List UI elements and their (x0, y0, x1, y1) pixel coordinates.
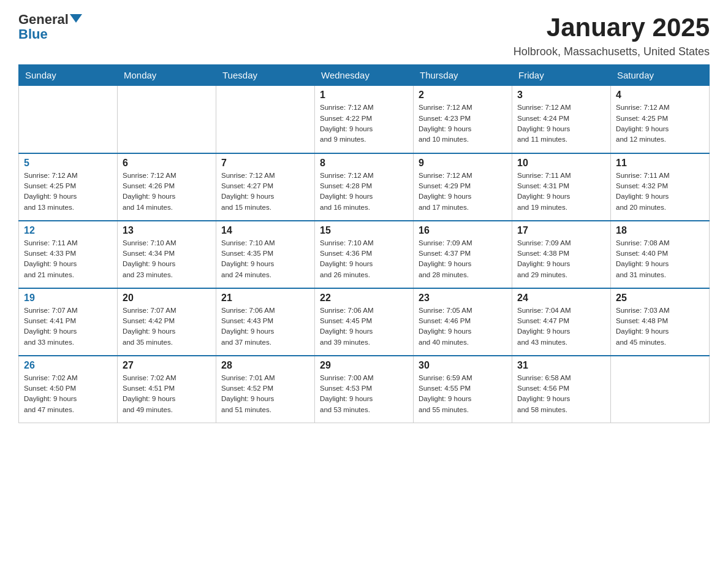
day-number: 12 (24, 225, 112, 236)
day-info: Sunrise: 7:12 AMSunset: 4:22 PMDaylight:… (320, 102, 408, 145)
day-number: 8 (320, 158, 408, 169)
calendar-week-row: 1Sunrise: 7:12 AMSunset: 4:22 PMDaylight… (19, 86, 710, 153)
day-info: Sunrise: 7:11 AMSunset: 4:31 PMDaylight:… (517, 170, 605, 213)
calendar-cell: 25Sunrise: 7:03 AMSunset: 4:48 PMDayligh… (611, 288, 710, 356)
logo: General Blue (18, 12, 82, 42)
day-number: 14 (221, 225, 309, 236)
page-header: General Blue January 2025 Holbrook, Mass… (18, 12, 710, 58)
day-info: Sunrise: 7:08 AMSunset: 4:40 PMDaylight:… (616, 238, 704, 280)
day-info: Sunrise: 7:05 AMSunset: 4:46 PMDaylight:… (419, 305, 507, 348)
day-number: 16 (419, 225, 507, 236)
weekday-header-sunday: Sunday (19, 65, 118, 86)
calendar-cell (118, 86, 216, 153)
day-number: 2 (419, 90, 507, 101)
day-info: Sunrise: 7:12 AMSunset: 4:28 PMDaylight:… (320, 170, 408, 213)
day-info: Sunrise: 7:01 AMSunset: 4:52 PMDaylight:… (221, 373, 309, 415)
day-info: Sunrise: 7:06 AMSunset: 4:43 PMDaylight:… (221, 305, 309, 348)
day-number: 31 (517, 360, 605, 371)
day-info: Sunrise: 7:10 AMSunset: 4:34 PMDaylight:… (123, 238, 211, 280)
day-info: Sunrise: 7:07 AMSunset: 4:42 PMDaylight:… (123, 305, 211, 348)
day-info: Sunrise: 7:12 AMSunset: 4:25 PMDaylight:… (24, 170, 112, 213)
day-info: Sunrise: 7:03 AMSunset: 4:48 PMDaylight:… (616, 305, 704, 348)
logo-general-text: General (18, 12, 69, 27)
weekday-header-friday: Friday (512, 65, 611, 86)
day-number: 13 (123, 225, 211, 236)
calendar-cell: 9Sunrise: 7:12 AMSunset: 4:29 PMDaylight… (414, 153, 512, 221)
calendar-cell: 15Sunrise: 7:10 AMSunset: 4:36 PMDayligh… (315, 221, 414, 288)
day-info: Sunrise: 7:12 AMSunset: 4:24 PMDaylight:… (517, 102, 605, 145)
day-number: 28 (221, 360, 309, 371)
day-info: Sunrise: 7:07 AMSunset: 4:41 PMDaylight:… (24, 305, 112, 348)
day-number: 24 (517, 293, 605, 304)
calendar-cell: 23Sunrise: 7:05 AMSunset: 4:46 PMDayligh… (414, 288, 512, 356)
day-number: 9 (419, 158, 507, 169)
calendar-cell: 28Sunrise: 7:01 AMSunset: 4:52 PMDayligh… (216, 356, 315, 423)
calendar-cell: 2Sunrise: 7:12 AMSunset: 4:23 PMDaylight… (414, 86, 512, 153)
weekday-header-monday: Monday (118, 65, 216, 86)
day-info: Sunrise: 7:10 AMSunset: 4:36 PMDaylight:… (320, 238, 408, 280)
day-info: Sunrise: 7:12 AMSunset: 4:29 PMDaylight:… (419, 170, 507, 213)
calendar-cell (19, 86, 118, 153)
calendar-cell: 11Sunrise: 7:11 AMSunset: 4:32 PMDayligh… (611, 153, 710, 221)
calendar-cell: 10Sunrise: 7:11 AMSunset: 4:31 PMDayligh… (512, 153, 611, 221)
calendar-cell: 31Sunrise: 6:58 AMSunset: 4:56 PMDayligh… (512, 356, 611, 423)
calendar-cell: 14Sunrise: 7:10 AMSunset: 4:35 PMDayligh… (216, 221, 315, 288)
weekday-header-thursday: Thursday (414, 65, 512, 86)
day-number: 6 (123, 158, 211, 169)
calendar-cell: 7Sunrise: 7:12 AMSunset: 4:27 PMDaylight… (216, 153, 315, 221)
calendar-cell: 3Sunrise: 7:12 AMSunset: 4:24 PMDaylight… (512, 86, 611, 153)
day-info: Sunrise: 6:58 AMSunset: 4:56 PMDaylight:… (517, 373, 605, 415)
calendar-table: SundayMondayTuesdayWednesdayThursdayFrid… (18, 64, 710, 423)
weekday-header-saturday: Saturday (611, 65, 710, 86)
day-number: 17 (517, 225, 605, 236)
calendar-cell: 24Sunrise: 7:04 AMSunset: 4:47 PMDayligh… (512, 288, 611, 356)
calendar-cell: 8Sunrise: 7:12 AMSunset: 4:28 PMDaylight… (315, 153, 414, 221)
day-number: 1 (320, 90, 408, 101)
calendar-cell: 12Sunrise: 7:11 AMSunset: 4:33 PMDayligh… (19, 221, 118, 288)
day-info: Sunrise: 7:12 AMSunset: 4:26 PMDaylight:… (123, 170, 211, 213)
calendar-cell: 1Sunrise: 7:12 AMSunset: 4:22 PMDaylight… (315, 86, 414, 153)
day-info: Sunrise: 7:09 AMSunset: 4:38 PMDaylight:… (517, 238, 605, 280)
day-info: Sunrise: 7:12 AMSunset: 4:23 PMDaylight:… (419, 102, 507, 145)
day-number: 7 (221, 158, 309, 169)
weekday-header-wednesday: Wednesday (315, 65, 414, 86)
day-info: Sunrise: 7:09 AMSunset: 4:37 PMDaylight:… (419, 238, 507, 280)
day-number: 10 (517, 158, 605, 169)
calendar-cell: 20Sunrise: 7:07 AMSunset: 4:42 PMDayligh… (118, 288, 216, 356)
day-number: 22 (320, 293, 408, 304)
calendar-cell (216, 86, 315, 153)
calendar-cell: 17Sunrise: 7:09 AMSunset: 4:38 PMDayligh… (512, 221, 611, 288)
logo-triangle-icon (70, 14, 82, 23)
day-number: 19 (24, 293, 112, 304)
calendar-cell: 6Sunrise: 7:12 AMSunset: 4:26 PMDaylight… (118, 153, 216, 221)
day-info: Sunrise: 7:00 AMSunset: 4:53 PMDaylight:… (320, 373, 408, 415)
day-info: Sunrise: 7:12 AMSunset: 4:27 PMDaylight:… (221, 170, 309, 213)
day-info: Sunrise: 7:11 AMSunset: 4:33 PMDaylight:… (24, 238, 112, 280)
day-number: 3 (517, 90, 605, 101)
day-info: Sunrise: 7:10 AMSunset: 4:35 PMDaylight:… (221, 238, 309, 280)
day-number: 5 (24, 158, 112, 169)
day-number: 27 (123, 360, 211, 371)
day-info: Sunrise: 7:06 AMSunset: 4:45 PMDaylight:… (320, 305, 408, 348)
location-title: Holbrook, Massachusetts, United States (514, 45, 710, 58)
calendar-cell: 30Sunrise: 6:59 AMSunset: 4:55 PMDayligh… (414, 356, 512, 423)
day-info: Sunrise: 6:59 AMSunset: 4:55 PMDaylight:… (419, 373, 507, 415)
calendar-cell: 22Sunrise: 7:06 AMSunset: 4:45 PMDayligh… (315, 288, 414, 356)
day-info: Sunrise: 7:02 AMSunset: 4:50 PMDaylight:… (24, 373, 112, 415)
calendar-cell: 27Sunrise: 7:02 AMSunset: 4:51 PMDayligh… (118, 356, 216, 423)
calendar-week-row: 19Sunrise: 7:07 AMSunset: 4:41 PMDayligh… (19, 288, 710, 356)
calendar-cell: 5Sunrise: 7:12 AMSunset: 4:25 PMDaylight… (19, 153, 118, 221)
calendar-cell: 21Sunrise: 7:06 AMSunset: 4:43 PMDayligh… (216, 288, 315, 356)
calendar-week-row: 26Sunrise: 7:02 AMSunset: 4:50 PMDayligh… (19, 356, 710, 423)
calendar-week-row: 12Sunrise: 7:11 AMSunset: 4:33 PMDayligh… (19, 221, 710, 288)
day-info: Sunrise: 7:12 AMSunset: 4:25 PMDaylight:… (616, 102, 704, 145)
calendar-cell: 29Sunrise: 7:00 AMSunset: 4:53 PMDayligh… (315, 356, 414, 423)
day-info: Sunrise: 7:04 AMSunset: 4:47 PMDaylight:… (517, 305, 605, 348)
calendar-cell: 26Sunrise: 7:02 AMSunset: 4:50 PMDayligh… (19, 356, 118, 423)
day-number: 30 (419, 360, 507, 371)
day-number: 26 (24, 360, 112, 371)
weekday-header-row: SundayMondayTuesdayWednesdayThursdayFrid… (19, 65, 710, 86)
calendar-cell: 13Sunrise: 7:10 AMSunset: 4:34 PMDayligh… (118, 221, 216, 288)
calendar-week-row: 5Sunrise: 7:12 AMSunset: 4:25 PMDaylight… (19, 153, 710, 221)
day-number: 21 (221, 293, 309, 304)
